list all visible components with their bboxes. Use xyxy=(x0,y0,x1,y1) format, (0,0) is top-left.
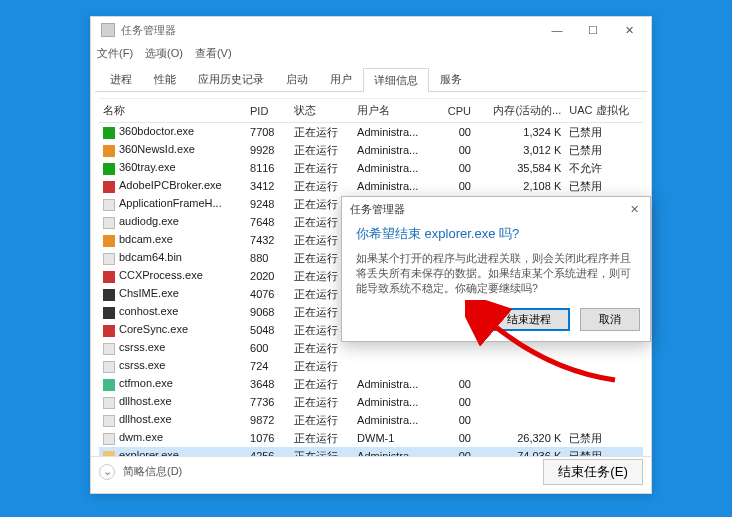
cell-mem: 74,036 K xyxy=(475,447,565,456)
cell-mem xyxy=(475,375,565,393)
tab-performance[interactable]: 性能 xyxy=(143,67,187,91)
dialog-close-button[interactable]: ✕ xyxy=(626,201,642,217)
cell-pid: 724 xyxy=(246,357,290,375)
process-icon xyxy=(103,253,115,265)
cell-user: Administra... xyxy=(353,375,439,393)
cell-name: conhost.exe xyxy=(99,303,246,321)
process-icon xyxy=(103,145,115,157)
process-name: CCXProcess.exe xyxy=(119,269,203,281)
cell-user: Administra... xyxy=(353,411,439,429)
cell-mem: 35,584 K xyxy=(475,159,565,177)
cell-name: ApplicationFrameH... xyxy=(99,195,246,213)
titlebar[interactable]: 任务管理器 — ☐ ✕ xyxy=(91,17,651,43)
collapse-details-icon[interactable]: ⌄ xyxy=(99,464,115,480)
col-user[interactable]: 用户名 xyxy=(353,99,439,123)
cell-user: DWM-1 xyxy=(353,429,439,447)
tab-startup[interactable]: 启动 xyxy=(275,67,319,91)
process-name: ApplicationFrameH... xyxy=(119,197,222,209)
dialog-cancel-button[interactable]: 取消 xyxy=(580,308,640,331)
process-name: 360NewsId.exe xyxy=(119,143,195,155)
menu-file[interactable]: 文件(F) xyxy=(97,46,133,61)
cell-name: ChsIME.exe xyxy=(99,285,246,303)
cell-mem: 2,108 K xyxy=(475,177,565,195)
table-row[interactable]: dllhost.exe7736正在运行Administra...00 xyxy=(99,393,643,411)
dialog-titlebar[interactable]: 任务管理器 ✕ xyxy=(342,197,650,221)
cell-cpu: 00 xyxy=(439,429,475,447)
window-controls: — ☐ ✕ xyxy=(539,18,647,42)
process-icon xyxy=(103,451,115,456)
tab-app-history[interactable]: 应用历史记录 xyxy=(187,67,275,91)
cell-mem xyxy=(475,357,565,375)
process-name: dllhost.exe xyxy=(119,413,172,425)
cell-pid: 5048 xyxy=(246,321,290,339)
cell-cpu: 00 xyxy=(439,447,475,456)
col-status[interactable]: 状态 xyxy=(290,99,353,123)
cell-uac: 已禁用 xyxy=(565,141,643,159)
col-pid[interactable]: PID xyxy=(246,99,290,123)
cell-cpu: 00 xyxy=(439,123,475,142)
col-name[interactable]: 名称 xyxy=(99,99,246,123)
end-process-dialog: 任务管理器 ✕ 你希望结束 explorer.exe 吗? 如果某个打开的程序与… xyxy=(341,196,651,342)
table-row[interactable]: dllhost.exe9872正在运行Administra...00 xyxy=(99,411,643,429)
tab-services[interactable]: 服务 xyxy=(429,67,473,91)
cell-mem: 3,012 K xyxy=(475,141,565,159)
minimize-button[interactable]: — xyxy=(539,18,575,42)
cell-name: bdcam64.bin xyxy=(99,249,246,267)
process-name: ctfmon.exe xyxy=(119,377,173,389)
dialog-heading: 你希望结束 explorer.exe 吗? xyxy=(356,225,636,243)
process-name: dllhost.exe xyxy=(119,395,172,407)
cell-uac: 已禁用 xyxy=(565,177,643,195)
tab-details[interactable]: 详细信息 xyxy=(363,68,429,92)
process-name: conhost.exe xyxy=(119,305,178,317)
cell-pid: 9068 xyxy=(246,303,290,321)
table-row[interactable]: 360NewsId.exe9928正在运行Administra...003,01… xyxy=(99,141,643,159)
menu-options[interactable]: 选项(O) xyxy=(145,46,183,61)
cell-cpu: 00 xyxy=(439,375,475,393)
cell-name: 360NewsId.exe xyxy=(99,141,246,159)
cell-pid: 4076 xyxy=(246,285,290,303)
cell-uac: 已禁用 xyxy=(565,123,643,142)
process-icon xyxy=(103,415,115,427)
col-mem[interactable]: 内存(活动的... xyxy=(475,99,565,123)
process-name: 360tray.exe xyxy=(119,161,176,173)
cell-status: 正在运行 xyxy=(290,375,353,393)
menu-view[interactable]: 查看(V) xyxy=(195,46,232,61)
cell-pid: 1076 xyxy=(246,429,290,447)
cell-status: 正在运行 xyxy=(290,429,353,447)
table-row[interactable]: 360tray.exe8116正在运行Administra...0035,584… xyxy=(99,159,643,177)
cell-uac xyxy=(565,411,643,429)
col-uac[interactable]: UAC 虚拟化 xyxy=(565,99,643,123)
cell-user xyxy=(353,357,439,375)
cell-name: audiodg.exe xyxy=(99,213,246,231)
brief-info-label[interactable]: 简略信息(D) xyxy=(123,464,182,479)
process-name: audiodg.exe xyxy=(119,215,179,227)
dialog-body-text: 如果某个打开的程序与此进程关联，则会关闭此程序并且将丢失所有未保存的数据。如果结… xyxy=(356,251,636,297)
cell-status: 正在运行 xyxy=(290,177,353,195)
table-row[interactable]: 360bdoctor.exe7708正在运行Administra...001,3… xyxy=(99,123,643,142)
process-name: dwm.exe xyxy=(119,431,163,443)
process-icon xyxy=(103,163,115,175)
app-icon xyxy=(101,23,115,37)
close-button[interactable]: ✕ xyxy=(611,18,647,42)
cell-cpu: 00 xyxy=(439,159,475,177)
process-icon xyxy=(103,397,115,409)
table-row[interactable]: explorer.exe4256正在运行Administra...0074,03… xyxy=(99,447,643,456)
table-row[interactable]: AdobeIPCBroker.exe3412正在运行Administra...0… xyxy=(99,177,643,195)
end-task-button[interactable]: 结束任务(E) xyxy=(543,459,643,485)
table-row[interactable]: csrss.exe724正在运行 xyxy=(99,357,643,375)
col-cpu[interactable]: CPU xyxy=(439,99,475,123)
tab-users[interactable]: 用户 xyxy=(319,67,363,91)
cell-cpu: 00 xyxy=(439,177,475,195)
cell-status: 正在运行 xyxy=(290,357,353,375)
table-row[interactable]: dwm.exe1076正在运行DWM-10026,320 K已禁用 xyxy=(99,429,643,447)
column-headers[interactable]: 名称 PID 状态 用户名 CPU 内存(活动的... UAC 虚拟化 xyxy=(99,99,643,123)
table-row[interactable]: ctfmon.exe3648正在运行Administra...00 xyxy=(99,375,643,393)
maximize-button[interactable]: ☐ xyxy=(575,18,611,42)
cell-name: AdobeIPCBroker.exe xyxy=(99,177,246,195)
cell-name: CCXProcess.exe xyxy=(99,267,246,285)
dialog-end-process-button[interactable]: 结束进程 xyxy=(488,308,570,331)
cell-user: Administra... xyxy=(353,393,439,411)
tab-processes[interactable]: 进程 xyxy=(99,67,143,91)
cell-pid: 7432 xyxy=(246,231,290,249)
process-name: csrss.exe xyxy=(119,359,165,371)
